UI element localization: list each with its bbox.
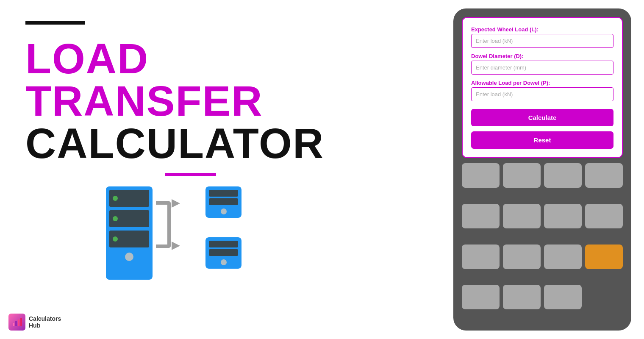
key-4[interactable] bbox=[585, 163, 623, 188]
top-decorative-bar bbox=[25, 21, 85, 25]
calculate-button[interactable]: Calculate bbox=[471, 109, 613, 126]
logo-text: Calculators Hub bbox=[29, 315, 61, 329]
dowel-diameter-label: Dowel Diameter (D): bbox=[471, 53, 613, 59]
purple-decorative-bar bbox=[165, 173, 216, 176]
key-6[interactable] bbox=[503, 204, 541, 228]
server-illustration bbox=[85, 178, 263, 314]
keypad bbox=[462, 163, 623, 322]
wheel-load-input[interactable] bbox=[471, 34, 613, 48]
key-11[interactable] bbox=[544, 245, 582, 269]
left-server bbox=[106, 186, 153, 280]
logo-name-bottom: Hub bbox=[29, 322, 61, 329]
wheel-load-label: Expected Wheel Load (L): bbox=[471, 26, 613, 33]
logo: Calculators Hub bbox=[8, 314, 61, 331]
wheel-load-field-group: Expected Wheel Load (L): bbox=[471, 26, 613, 48]
svg-rect-1 bbox=[15, 321, 17, 326]
calculator-body: Expected Wheel Load (L): Dowel Diameter … bbox=[453, 8, 631, 331]
allowable-load-label: Allowable Load per Dowel (P): bbox=[471, 80, 613, 86]
svg-rect-2 bbox=[18, 320, 19, 326]
key-13[interactable] bbox=[503, 285, 541, 309]
key-12[interactable] bbox=[462, 285, 500, 309]
key-7[interactable] bbox=[544, 204, 582, 228]
svg-rect-0 bbox=[13, 323, 14, 326]
dowel-diameter-field-group: Dowel Diameter (D): bbox=[471, 53, 613, 75]
reset-button[interactable]: Reset bbox=[471, 131, 613, 149]
key-14[interactable] bbox=[544, 285, 582, 309]
key-orange-tall[interactable] bbox=[585, 245, 623, 269]
calculator-screen: Expected Wheel Load (L): Dowel Diameter … bbox=[462, 17, 623, 158]
key-2[interactable] bbox=[503, 163, 541, 188]
key-5[interactable] bbox=[462, 204, 500, 228]
title-calculator: CALCULATOR bbox=[25, 122, 356, 164]
calculator-wrapper: Expected Wheel Load (L): Dowel Diameter … bbox=[453, 8, 631, 331]
key-3[interactable] bbox=[544, 163, 582, 188]
logo-icon bbox=[8, 314, 25, 331]
key-9[interactable] bbox=[462, 245, 500, 269]
logo-name-top: Calculators bbox=[29, 315, 61, 322]
title-load: LOAD TRANSFER bbox=[25, 37, 356, 122]
key-10[interactable] bbox=[503, 245, 541, 269]
key-1[interactable] bbox=[462, 163, 500, 188]
right-server-bottom bbox=[205, 237, 242, 269]
allowable-load-field-group: Allowable Load per Dowel (P): bbox=[471, 80, 613, 101]
dowel-diameter-input[interactable] bbox=[471, 61, 613, 75]
allowable-load-input[interactable] bbox=[471, 87, 613, 101]
connector-bracket bbox=[156, 201, 171, 248]
key-8[interactable] bbox=[585, 204, 623, 228]
svg-rect-3 bbox=[20, 318, 22, 326]
right-server-top bbox=[205, 186, 242, 218]
